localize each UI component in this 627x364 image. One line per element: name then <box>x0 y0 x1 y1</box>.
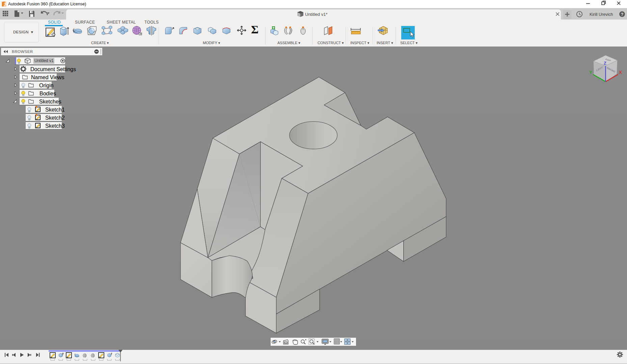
svg-text:X: X <box>619 70 622 75</box>
svg-text:Σ: Σ <box>251 23 258 36</box>
svg-text:Z: Z <box>604 61 606 66</box>
svg-text:Y: Y <box>589 70 592 75</box>
svg-text:Kirill Urevich: Kirill Urevich <box>590 12 613 17</box>
svg-text:Untitled v1*: Untitled v1* <box>305 12 327 17</box>
svg-text:?: ? <box>621 12 624 17</box>
